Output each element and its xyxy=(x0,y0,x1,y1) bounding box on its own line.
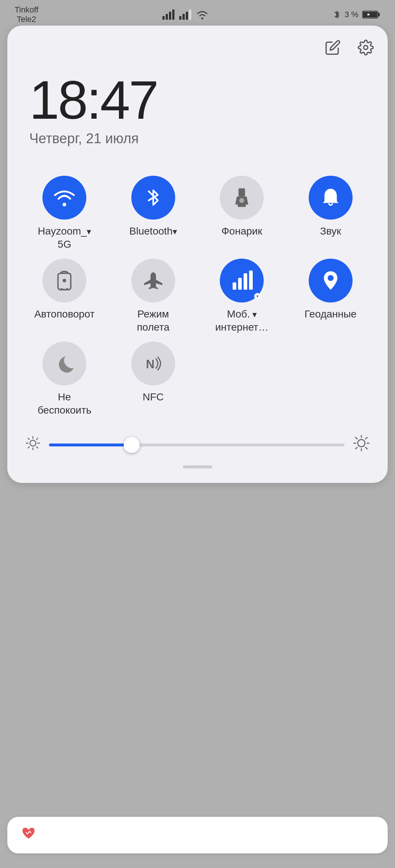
svg-rect-21 xyxy=(238,278,242,290)
tile-flashlight[interactable]: Фонарик xyxy=(199,176,285,251)
clock-section: 18:47 Четверг, 21 июля xyxy=(18,66,377,168)
clock-time: 18:47 xyxy=(29,73,366,127)
brightness-high-icon xyxy=(353,435,369,454)
svg-rect-20 xyxy=(233,282,236,290)
dnd-circle xyxy=(42,342,86,385)
quick-tiles-row3: Небеспокоить N NFC xyxy=(18,342,377,417)
carrier-info: Tinkoff Tele2 xyxy=(15,5,38,24)
svg-rect-1 xyxy=(166,14,168,20)
bars-tile-icon xyxy=(231,270,253,292)
health-card[interactable] xyxy=(7,817,388,853)
svg-rect-11 xyxy=(363,12,377,18)
battery-icon xyxy=(362,9,380,20)
svg-point-19 xyxy=(63,279,66,282)
svg-line-34 xyxy=(28,447,30,448)
mobile-internet-label: Моб. ▾интернет… xyxy=(215,308,268,334)
svg-point-8 xyxy=(202,18,203,19)
airplane-label: Режимполета xyxy=(137,308,169,334)
quick-tiles-row1: Hayzoom_▾5G Bluetooth▾ Фонарик xyxy=(18,176,377,251)
brightness-low-icon xyxy=(26,436,40,454)
bluetooth-status-icon xyxy=(333,9,341,20)
svg-line-31 xyxy=(28,438,30,440)
svg-rect-6 xyxy=(186,12,188,20)
settings-button[interactable] xyxy=(355,37,377,58)
brightness-slider[interactable] xyxy=(49,443,345,446)
tile-geodata[interactable]: Геоданные xyxy=(288,259,373,334)
svg-rect-23 xyxy=(249,270,253,290)
flashlight-tile-icon xyxy=(233,187,251,209)
nfc-label: NFC xyxy=(143,391,164,404)
geodata-label: Геоданные xyxy=(305,308,357,321)
clock-date: Четверг, 21 июля xyxy=(29,131,366,146)
svg-point-17 xyxy=(240,198,244,203)
brightness-row xyxy=(18,435,377,454)
svg-point-35 xyxy=(358,439,365,447)
empty-tile-2 xyxy=(288,342,373,417)
location-tile-icon xyxy=(320,270,341,292)
tile-airplane[interactable]: Режимполета xyxy=(111,259,196,334)
signal2-icon xyxy=(179,9,192,20)
signal-indicators xyxy=(162,9,208,20)
nfc-circle: N xyxy=(131,342,175,385)
bluetooth-circle xyxy=(131,176,175,220)
svg-rect-3 xyxy=(172,9,174,20)
tile-sound[interactable]: Звук xyxy=(288,176,373,251)
bluetooth-label: Bluetooth▾ xyxy=(129,225,177,238)
svg-rect-0 xyxy=(162,16,165,20)
notification-panel: 18:47 Четверг, 21 июля Hayzoom_▾5G xyxy=(7,26,388,483)
svg-point-13 xyxy=(63,203,66,206)
quick-tiles-row2: Автоповорот Режимполета ▾ Моб xyxy=(18,259,377,334)
brightness-thumb[interactable] xyxy=(124,437,140,453)
moon-tile-icon xyxy=(53,353,75,374)
tile-mobile-internet[interactable]: ▾ Моб. ▾интернет… xyxy=(199,259,285,334)
rotate-tile-icon xyxy=(53,270,75,292)
svg-rect-16 xyxy=(238,205,246,207)
svg-line-33 xyxy=(37,438,38,440)
empty-tile-1 xyxy=(199,342,285,417)
airplane-circle xyxy=(131,259,175,302)
svg-text:N: N xyxy=(146,357,154,370)
wifi-tile-icon xyxy=(53,189,75,207)
dnd-label: Небеспокоить xyxy=(38,391,91,417)
sound-circle xyxy=(309,176,353,220)
airplane-tile-icon xyxy=(142,270,164,292)
svg-line-40 xyxy=(356,438,357,439)
battery-percent: 3 % xyxy=(345,10,358,19)
heart-icon xyxy=(20,825,37,845)
sound-label: Звук xyxy=(320,225,341,238)
svg-line-43 xyxy=(356,448,357,449)
battery-info: 3 % xyxy=(333,9,380,20)
bell-tile-icon xyxy=(320,187,341,208)
tile-wifi[interactable]: Hayzoom_▾5G xyxy=(22,176,107,251)
svg-line-42 xyxy=(366,438,367,439)
tile-nfc[interactable]: N NFC xyxy=(111,342,196,417)
svg-rect-4 xyxy=(179,16,181,20)
status-bar: Tinkoff Tele2 3 % xyxy=(0,0,395,29)
wifi-label: Hayzoom_▾5G xyxy=(38,225,91,251)
autorotate-label: Автоповорот xyxy=(34,308,95,321)
tile-bluetooth[interactable]: Bluetooth▾ xyxy=(111,176,196,251)
panel-toolbar xyxy=(18,37,377,58)
svg-line-32 xyxy=(37,447,38,448)
svg-rect-7 xyxy=(189,9,191,20)
mobile-internet-dropdown-indicator: ▾ xyxy=(254,293,261,300)
brightness-fill xyxy=(49,443,132,446)
svg-rect-2 xyxy=(169,12,171,20)
bluetooth-tile-icon xyxy=(145,187,161,209)
flashlight-label: Фонарик xyxy=(222,225,262,238)
signal1-icon xyxy=(162,9,175,20)
flashlight-circle xyxy=(220,176,264,220)
carrier1-label: Tinkoff xyxy=(15,5,38,15)
svg-rect-10 xyxy=(378,13,380,16)
handle-bar xyxy=(183,465,212,468)
geodata-circle xyxy=(309,259,353,302)
mobile-internet-circle: ▾ xyxy=(220,259,264,302)
tile-dnd[interactable]: Небеспокоить xyxy=(22,342,107,417)
wifi-circle xyxy=(42,176,86,220)
tile-autorotate[interactable]: Автоповорот xyxy=(22,259,107,334)
svg-rect-5 xyxy=(183,14,185,20)
autorotate-circle xyxy=(42,259,86,302)
wifi-status-icon xyxy=(196,9,208,20)
panel-handle[interactable] xyxy=(18,465,377,468)
edit-button[interactable] xyxy=(322,37,344,58)
